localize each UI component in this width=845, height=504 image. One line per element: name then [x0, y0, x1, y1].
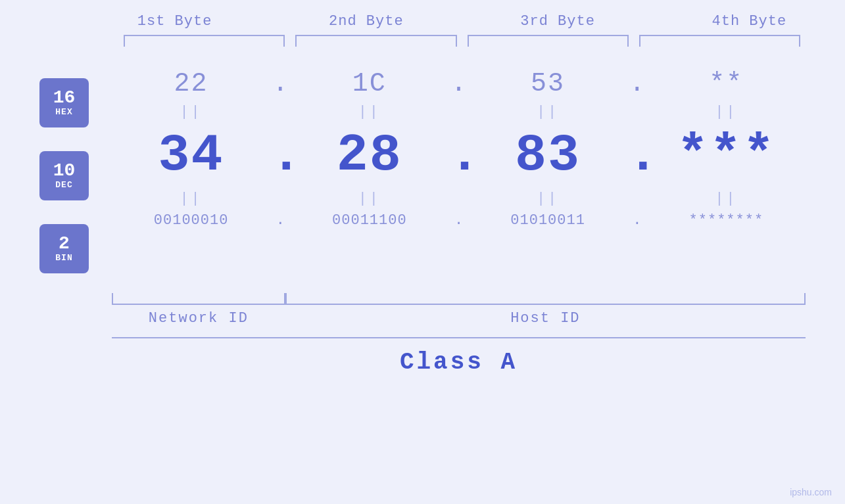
- byte-header-1: 1st Byte: [79, 13, 270, 30]
- eq2-4: ||: [647, 191, 806, 207]
- dec-dot-1: .: [270, 126, 290, 185]
- class-label: Class A: [112, 345, 806, 376]
- hex-dot-3: .: [627, 69, 647, 99]
- badges-column: 16 HEX 10 DEC 2 BIN: [39, 66, 112, 285]
- hex-byte-1: 22: [112, 69, 270, 99]
- byte-headers-row: 1st Byte 2nd Byte 3rd Byte 4th Byte: [79, 13, 845, 30]
- class-section: Class A: [112, 337, 806, 376]
- hex-byte-3: 53: [469, 69, 627, 99]
- bin-byte-2: 00011100: [290, 212, 448, 229]
- main-container: 1st Byte 2nd Byte 3rd Byte 4th Byte 16 H…: [0, 0, 845, 504]
- dec-byte-2: 28: [290, 126, 448, 185]
- dec-value-row: 34 . 28 . 83 . ***: [112, 123, 806, 188]
- hex-badge-label: HEX: [55, 107, 72, 117]
- dec-dot-3: .: [627, 126, 647, 185]
- dec-badge-label: DEC: [55, 180, 72, 190]
- watermark: ipshu.com: [790, 487, 832, 497]
- bin-badge-number: 2: [59, 235, 70, 253]
- bracket-4: [639, 35, 800, 47]
- equals-row-1: || || || ||: [112, 101, 806, 123]
- dec-dot-2: .: [449, 126, 469, 185]
- bin-byte-4: ********: [647, 212, 806, 229]
- hex-badge: 16 HEX: [39, 78, 89, 127]
- dec-byte-1: 34: [112, 126, 270, 185]
- eq1-1: ||: [112, 104, 270, 120]
- id-brackets: [112, 293, 806, 305]
- equals-row-2: || || || ||: [112, 188, 806, 210]
- main-values-area: 16 HEX 10 DEC 2 BIN 22 .: [39, 66, 806, 285]
- values-grid: 22 . 1C . 53 . **: [112, 66, 806, 285]
- bin-badge: 2 BIN: [39, 224, 89, 273]
- bin-dot-2: .: [449, 212, 469, 229]
- hex-byte-4: **: [647, 69, 806, 99]
- dec-badge: 10 DEC: [39, 151, 89, 200]
- id-labels: Network ID Host ID: [112, 308, 806, 327]
- bin-dot-1: .: [270, 212, 290, 229]
- eq2-2: ||: [290, 191, 448, 207]
- bin-byte-3: 01010011: [469, 212, 627, 229]
- hex-value-row: 22 . 1C . 53 . **: [112, 66, 806, 101]
- byte-header-4: 4th Byte: [654, 13, 845, 30]
- eq1-4: ||: [647, 104, 806, 120]
- hex-byte-2: 1C: [290, 69, 448, 99]
- eq2-3: ||: [469, 191, 627, 207]
- hex-badge-number: 16: [53, 89, 76, 107]
- bin-byte-1: 00100010: [112, 212, 270, 229]
- bracket-1: [124, 35, 285, 47]
- dec-byte-4: ***: [647, 126, 806, 185]
- eq1-2: ||: [290, 104, 448, 120]
- bracket-3: [468, 35, 629, 47]
- eq2-1: ||: [112, 191, 270, 207]
- network-id-label: Network ID: [112, 308, 285, 327]
- host-bracket: [285, 293, 806, 305]
- id-section: Network ID Host ID: [112, 293, 806, 337]
- bracket-2: [295, 35, 456, 47]
- bin-badge-label: BIN: [55, 253, 72, 263]
- host-id-label: Host ID: [285, 308, 806, 327]
- dec-byte-3: 83: [469, 126, 627, 185]
- hex-dot-1: .: [270, 69, 290, 99]
- bin-dot-3: .: [627, 212, 647, 229]
- network-bracket: [112, 293, 285, 305]
- byte-header-3: 3rd Byte: [462, 13, 654, 30]
- eq1-3: ||: [469, 104, 627, 120]
- bin-value-row: 00100010 . 00011100 . 01010011 .: [112, 210, 806, 231]
- byte-header-2: 2nd Byte: [270, 13, 462, 30]
- header-brackets: [118, 35, 806, 47]
- dec-badge-number: 10: [53, 162, 76, 180]
- class-divider: [112, 337, 806, 338]
- hex-dot-2: .: [449, 69, 469, 99]
